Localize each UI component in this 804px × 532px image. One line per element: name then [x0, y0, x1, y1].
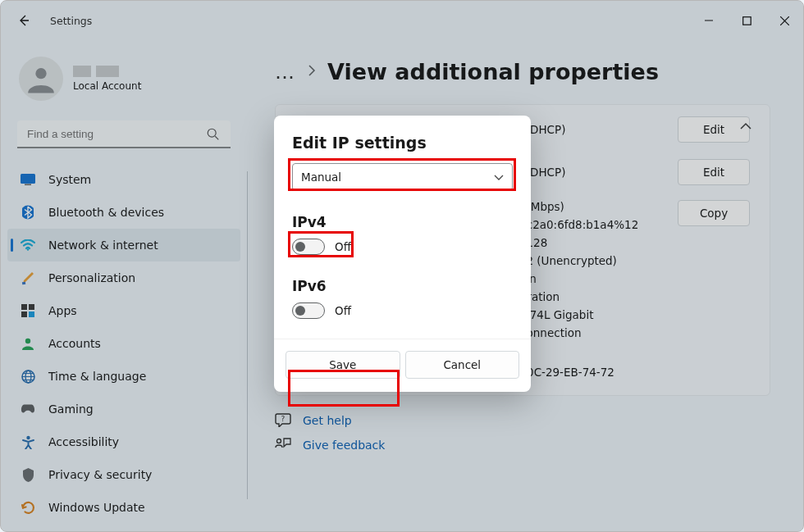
ipv6-heading: IPv6: [292, 278, 513, 294]
ipv4-heading: IPv4: [292, 214, 513, 230]
select-value: Manual: [301, 171, 341, 184]
dialog-title: Edit IP settings: [292, 134, 513, 152]
ipv6-state: Off: [335, 304, 351, 317]
edit-ip-dialog: Edit IP settings Manual IPv4 Off IPv6 Of…: [274, 116, 531, 392]
ipv4-toggle[interactable]: [292, 239, 325, 255]
chevron-down-icon: [494, 171, 504, 184]
cancel-button[interactable]: Cancel: [405, 351, 520, 379]
ipv4-state: Off: [335, 240, 351, 253]
settings-window: Settings Local Account: [0, 0, 804, 532]
ip-mode-select[interactable]: Manual: [292, 163, 513, 191]
save-button[interactable]: Save: [286, 351, 400, 379]
ipv6-toggle[interactable]: [292, 302, 325, 319]
